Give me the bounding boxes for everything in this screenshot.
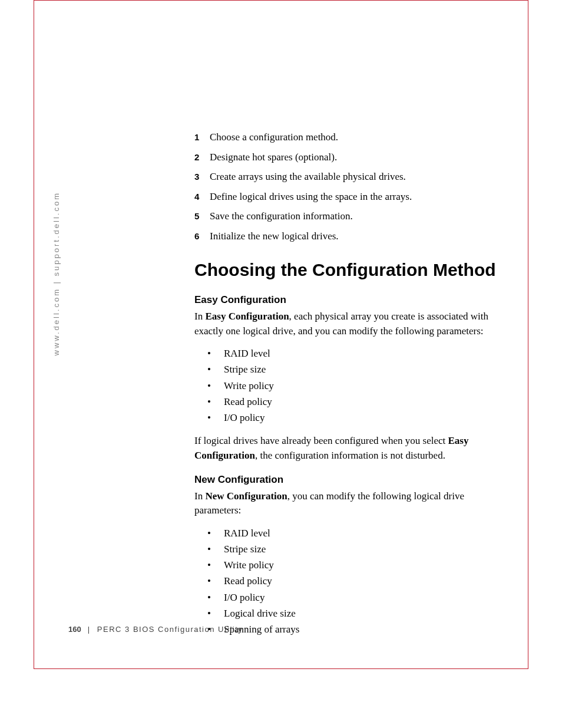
text: If logical drives have already been conf… (194, 435, 448, 446)
step-number: 5 (194, 210, 210, 223)
subheading-easy: Easy Configuration (194, 294, 507, 306)
text: In (194, 490, 205, 502)
list-item: RAID level (207, 525, 507, 541)
list-item: 2Designate hot spares (optional). (194, 150, 507, 165)
bold-term: New Configuration (205, 490, 287, 502)
easy-after: If logical drives have already been conf… (194, 434, 507, 463)
side-url: www.dell.com | support.dell.com (52, 192, 61, 355)
list-item: Spanning of arrays (207, 621, 507, 637)
text: In (194, 311, 205, 322)
list-item: 3Create arrays using the available physi… (194, 169, 507, 185)
step-text: Define logical drives using the space in… (210, 189, 412, 205)
list-item: Stripe size (207, 361, 507, 377)
page-footer: 160 | PERC 3 BIOS Configuration Utility (68, 625, 243, 634)
step-number: 4 (194, 190, 210, 204)
content-area: 1Choose a configuration method. 2Designa… (194, 130, 507, 645)
new-bullets: RAID level Stripe size Write policy Read… (207, 525, 507, 637)
steps-list: 1Choose a configuration method. 2Designa… (194, 130, 507, 243)
list-item: 1Choose a configuration method. (194, 130, 507, 145)
step-text: Initialize the new logical drives. (210, 229, 339, 244)
easy-intro: In Easy Configuration, each physical arr… (194, 309, 507, 338)
step-text: Save the configuration information. (210, 209, 353, 224)
section-heading: Choosing the Configuration Method (194, 260, 507, 280)
list-item: Stripe size (207, 541, 507, 557)
step-text: Choose a configuration method. (210, 130, 338, 145)
list-item: Write policy (207, 557, 507, 573)
step-number: 2 (194, 151, 210, 164)
list-item: Read policy (207, 394, 507, 410)
page: www.dell.com | support.dell.com 1Choose … (0, 0, 562, 728)
list-item: Logical drive size (207, 605, 507, 621)
new-intro: In New Configuration, you can modify the… (194, 489, 507, 518)
subheading-new: New Configuration (194, 474, 507, 486)
step-text: Designate hot spares (optional). (210, 150, 337, 165)
list-item: 4Define logical drives using the space i… (194, 189, 507, 205)
list-item: Read policy (207, 573, 507, 589)
text: , the configuration information is not d… (255, 450, 445, 461)
list-item: 5Save the configuration information. (194, 209, 507, 224)
step-text: Create arrays using the available physic… (210, 169, 406, 185)
step-number: 3 (194, 170, 210, 184)
footer-divider: | (88, 625, 91, 634)
list-item: 6Initialize the new logical drives. (194, 229, 507, 244)
list-item: I/O policy (207, 410, 507, 426)
step-number: 6 (194, 230, 210, 243)
footer-title: PERC 3 BIOS Configuration Utility (97, 625, 243, 634)
easy-bullets: RAID level Stripe size Write policy Read… (207, 345, 507, 426)
bold-term: Easy Configuration (205, 311, 289, 322)
list-item: Write policy (207, 378, 507, 394)
page-number: 160 (68, 625, 81, 634)
step-number: 1 (194, 131, 210, 144)
list-item: I/O policy (207, 589, 507, 605)
list-item: RAID level (207, 345, 507, 361)
